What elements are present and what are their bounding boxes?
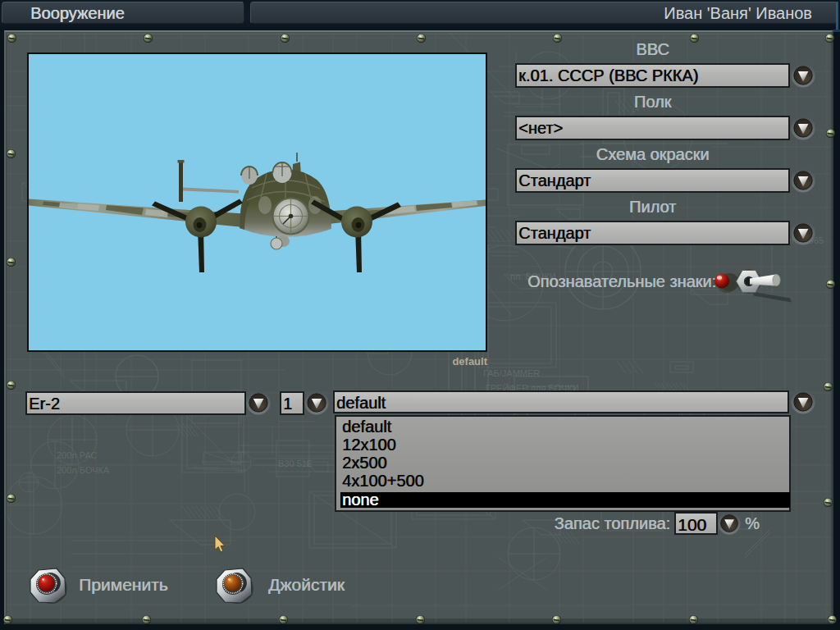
- svg-text:B30 51E: B30 51E: [278, 459, 313, 468]
- svg-text:200л БОЧКА: 200л БОЧКА: [57, 465, 110, 475]
- svg-text:200л РАС: 200л РАС: [57, 450, 98, 460]
